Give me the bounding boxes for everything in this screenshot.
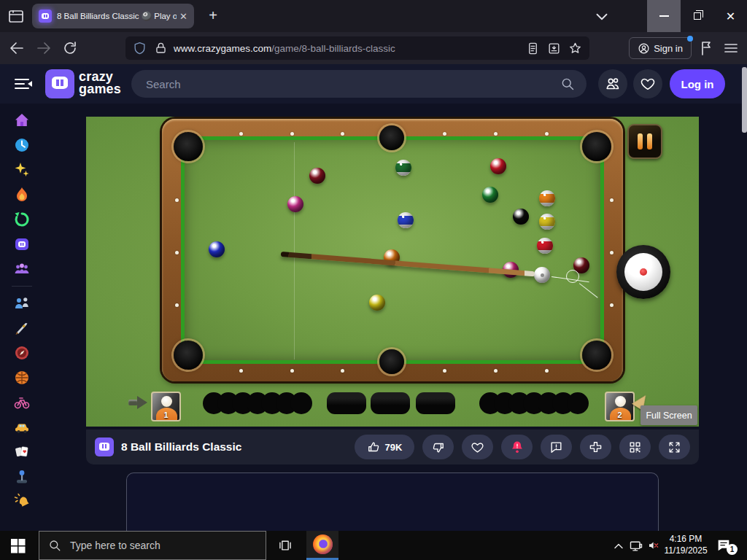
crazygames-page: crazy games Search Log in (0, 64, 747, 531)
pocket-bottom-left (174, 341, 203, 370)
pause-button[interactable] (627, 124, 662, 159)
sidebar-item-home[interactable] (0, 108, 44, 133)
sidebar-item-car[interactable] (0, 415, 44, 440)
page-scrollbar[interactable] (742, 67, 747, 133)
start-button[interactable] (9, 537, 26, 554)
bookmark-star-icon[interactable] (568, 42, 582, 55)
tab-list-chevron-icon[interactable] (592, 7, 611, 25)
network-icon[interactable] (629, 539, 643, 552)
fullscreen-tooltip: Full Screen (640, 405, 697, 425)
save-page-icon[interactable] (547, 42, 561, 55)
ball-blue-stripe (398, 212, 414, 228)
pocket-bottom-middle (379, 349, 404, 374)
spin-control[interactable] (616, 245, 670, 299)
rail-diamond (443, 369, 446, 373)
qr-code-button[interactable] (619, 435, 651, 459)
taskbar-search-icon (48, 539, 61, 552)
thumbs-down-icon (431, 440, 445, 454)
crazygames-logo-text[interactable]: crazy games (79, 71, 121, 96)
dislike-button[interactable] (422, 435, 454, 459)
sidebar-item-trending[interactable] (0, 182, 44, 207)
aim-reticle (566, 270, 579, 283)
tray-chevron-up-icon[interactable] (611, 539, 626, 552)
favorites-button[interactable] (633, 69, 662, 98)
bell-icon (510, 440, 525, 454)
sign-in-button[interactable]: Sign in (629, 37, 692, 59)
reader-mode-icon[interactable] (526, 42, 540, 55)
sidebar-item-two-player[interactable] (0, 291, 44, 316)
taskbar-clock[interactable]: 4:16 PM 11/19/2025 (659, 534, 713, 557)
pocketed-ball-slot (567, 392, 589, 414)
sidebar-item-multiplayer[interactable] (0, 257, 44, 281)
controls-button[interactable] (580, 435, 611, 459)
game-bar-logo (95, 438, 114, 456)
player1-avatar: 1 (151, 392, 181, 421)
thumbs-up-icon (367, 440, 381, 454)
favorite-button[interactable] (462, 435, 493, 459)
rail-diamond (175, 251, 179, 254)
log-in-button[interactable]: Log in (670, 69, 725, 98)
player1-pocketed-tray (203, 392, 312, 414)
dpad-icon (589, 440, 603, 454)
notification-count-badge: 1 (727, 544, 738, 555)
app-menu-icon[interactable] (722, 39, 740, 57)
game-title: 8 Ball Billiards Classic (121, 440, 347, 454)
rail-diamond (610, 251, 614, 254)
sidebar-item-recent[interactable] (0, 133, 44, 158)
lock-icon[interactable] (154, 42, 168, 55)
spin-ball[interactable] (624, 253, 662, 291)
fullscreen-button[interactable] (659, 435, 690, 459)
extensions-icon[interactable] (697, 39, 715, 57)
window-restore-button[interactable] (681, 0, 714, 32)
rail-diamond (239, 132, 243, 136)
sidebar-item-bike[interactable] (0, 390, 44, 415)
firefox-view-icon[interactable] (7, 7, 25, 25)
sidebar-item-action[interactable] (0, 316, 44, 341)
sidebar-item-new[interactable] (0, 158, 44, 182)
window-minimize-button[interactable] (647, 0, 681, 32)
url-bar[interactable]: www.crazygames.com/game/8-ball-billiards… (125, 36, 589, 60)
sidebar-item-cards[interactable] (0, 440, 44, 464)
forward-icon[interactable] (35, 39, 53, 57)
task-view-button[interactable] (271, 531, 299, 560)
ball-pink-solid (287, 196, 303, 212)
notification-bell-button[interactable] (501, 435, 533, 459)
report-button[interactable] (541, 435, 572, 459)
sidebar-item-clicker[interactable] (0, 489, 44, 514)
sidebar-item-adventure[interactable] (0, 341, 44, 365)
reload-icon[interactable] (61, 39, 79, 57)
rail-diamond (545, 132, 549, 136)
head-string-line (294, 142, 295, 359)
rail-diamond (610, 198, 614, 202)
ball-red-solid (490, 158, 506, 174)
ball-green-stripe (395, 160, 411, 176)
ball-cue-ball (534, 267, 550, 283)
search-icon[interactable] (560, 77, 575, 91)
back-icon[interactable] (8, 39, 26, 57)
report-bubble-icon (549, 440, 563, 454)
firefox-icon (313, 534, 333, 554)
new-tab-button[interactable]: + (204, 7, 222, 25)
crazygames-logo[interactable] (45, 69, 74, 98)
sidebar-divider (12, 286, 32, 287)
sidebar-item-basketball[interactable] (0, 365, 44, 390)
tab-close-icon[interactable]: ✕ (179, 11, 187, 22)
player2-avatar: 2 (605, 392, 635, 421)
browser-tab[interactable]: 8 Ball Billiards Classic 🎱 Play o ✕ (32, 4, 194, 28)
sidebar-item-updated[interactable] (0, 207, 44, 232)
rail-diamond (610, 303, 614, 307)
rail-diamond (290, 369, 294, 373)
friends-button[interactable] (598, 69, 627, 98)
rail-diamond (494, 132, 498, 136)
clock-time: 4:16 PM (659, 534, 713, 545)
like-button[interactable]: 79K (355, 435, 414, 459)
tracking-shield-icon[interactable] (133, 42, 147, 55)
firefox-taskbar-button[interactable] (306, 531, 338, 560)
game-canvas[interactable]: 1 2 Full Screen (86, 117, 699, 427)
sidebar-item-casual[interactable] (0, 464, 44, 489)
search-input[interactable]: Search (131, 70, 587, 98)
window-close-button[interactable]: ✕ (714, 0, 747, 32)
collapse-sidebar-icon[interactable] (15, 76, 32, 92)
taskbar-search-input[interactable]: Type here to search (39, 531, 266, 560)
sidebar-item-originals[interactable] (0, 232, 44, 257)
